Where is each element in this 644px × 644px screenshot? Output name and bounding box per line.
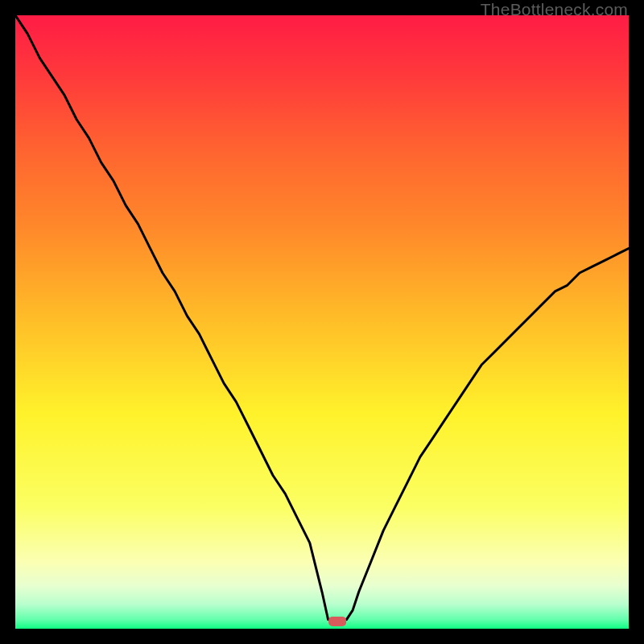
optimal-point-marker: [328, 617, 346, 626]
watermark-text: TheBottleneck.com: [481, 0, 628, 19]
chart-frame: TheBottleneck.com: [0, 0, 644, 644]
bottleneck-chart: [15, 15, 629, 629]
gradient-background: [15, 15, 629, 629]
